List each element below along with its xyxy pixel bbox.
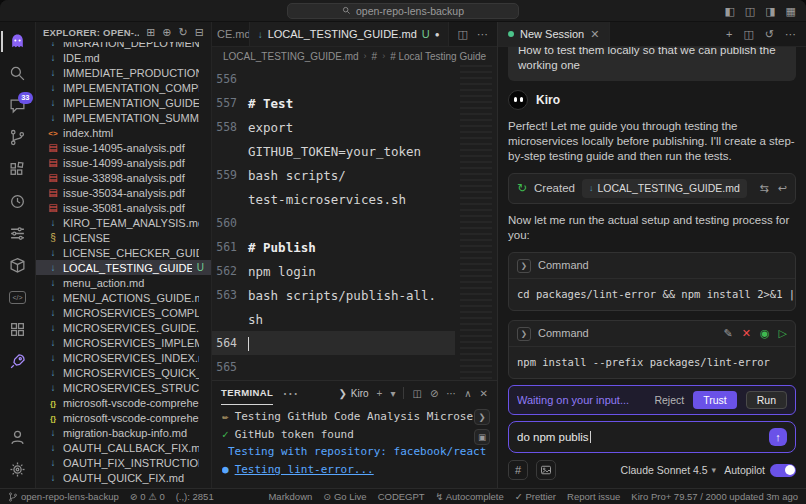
trust-button[interactable]: Trust: [693, 391, 737, 409]
breadcrumb-heading[interactable]: # Local Testing Guide: [390, 51, 486, 62]
terminal-output[interactable]: ✏Testing GitHub Code Analysis Microservi…: [212, 405, 497, 488]
terminal-quick-button-1[interactable]: ❯: [474, 409, 490, 425]
chat-session-tab[interactable]: New Session ✕: [498, 22, 610, 46]
run-button[interactable]: Run: [746, 391, 787, 409]
command-code[interactable]: npm install --prefix packages/lint-error: [509, 347, 795, 378]
minimap[interactable]: [460, 65, 492, 380]
status-item[interactable]: Markdown: [268, 491, 312, 502]
breadcrumb[interactable]: LOCAL_TESTING_GUIDE.md › # › # Local Tes…: [212, 47, 497, 65]
attach-image-button[interactable]: [536, 460, 556, 480]
file-item[interactable]: LICENSE_CHECKER_GUIDE.md: [36, 245, 211, 260]
file-item[interactable]: IMMEDIATE_PRODUCTION_FIX.md: [36, 65, 211, 80]
refresh-explorer-icon[interactable]: ↻: [179, 26, 188, 39]
customize-layout-icon[interactable]: ▦: [786, 5, 796, 18]
code-editor[interactable]: 556 557 # Test 558 export: [212, 65, 497, 380]
breadcrumb-file[interactable]: LOCAL_TESTING_GUIDE.md: [223, 51, 359, 62]
file-item[interactable]: LOCAL_TESTING_GUIDE.md U: [36, 260, 211, 275]
file-item[interactable]: migration-backup-info.md: [36, 425, 211, 440]
file-item[interactable]: MICROSERVICES_QUICK_STA...: [36, 365, 211, 380]
new-folder-icon[interactable]: ⊕: [162, 26, 171, 39]
split-terminal-icon[interactable]: ◫: [412, 388, 421, 399]
send-button[interactable]: ↑: [769, 428, 787, 446]
collapse-folders-icon[interactable]: ⊟: [195, 26, 204, 39]
file-item[interactable]: MICROSERVICES_GUIDE.md: [36, 320, 211, 335]
file-item[interactable]: OAUTH_FIX_INSTRUCTIONS.md: [36, 455, 211, 470]
tools-button[interactable]: [1, 219, 35, 248]
file-item[interactable]: LICENSE: [36, 230, 211, 245]
created-file-chip[interactable]: ↓ LOCAL_TESTING_GUIDE.md: [582, 179, 747, 198]
command-center-search[interactable]: open-repo-lens-backup: [287, 3, 519, 19]
file-item[interactable]: menu_action.md: [36, 275, 211, 290]
file-item[interactable]: OAUTH_QUICK_FIX.md: [36, 470, 211, 485]
created-file-card[interactable]: ↻ Created ↓ LOCAL_TESTING_GUIDE.md ⇆ ↩: [508, 173, 796, 204]
close-session-icon[interactable]: ✕: [590, 28, 599, 41]
autopilot-toggle[interactable]: [770, 464, 796, 477]
model-selector[interactable]: Claude Sonnet 4.5 ▾: [621, 464, 717, 476]
record-command-icon[interactable]: ◉: [760, 326, 770, 341]
context-hash-button[interactable]: #: [508, 460, 528, 480]
chat-input-value[interactable]: do npm publis: [517, 431, 761, 444]
file-item[interactable]: issue-14099-analysis.pdf: [36, 155, 211, 170]
undo-change-icon[interactable]: ↩: [778, 181, 787, 196]
status-item[interactable]: CODEGPT: [378, 491, 425, 502]
new-terminal-icon[interactable]: +: [377, 388, 383, 399]
status-item[interactable]: ⊙ Go Live: [323, 491, 366, 502]
panel-more-icon[interactable]: ⋯: [282, 384, 298, 403]
terminal-quick-button-2[interactable]: ▣: [474, 429, 490, 445]
chat-message-list[interactable]: documentation. Start with MICROSERVICES_…: [498, 47, 806, 381]
file-item[interactable]: issue-35034-analysis.pdf: [36, 185, 211, 200]
char-counter-status[interactable]: (.,): 2851: [176, 491, 214, 502]
file-item[interactable]: MICROSERVICES_COMPLETE...: [36, 305, 211, 320]
chat-view-button[interactable]: 33: [1, 91, 35, 120]
codegpt-button[interactable]: </>: [1, 283, 35, 312]
search-view-button[interactable]: [1, 59, 35, 88]
file-item[interactable]: IMPLEMENTATION_GUIDE.md: [36, 95, 211, 110]
reject-command-icon[interactable]: ✕: [742, 326, 751, 341]
grid-view-button[interactable]: [1, 315, 35, 344]
reject-button[interactable]: Reject: [654, 394, 684, 406]
status-item[interactable]: Kiro Pro+ 79.57 / 2000 updated 3m ago: [631, 491, 798, 502]
file-item[interactable]: OAUTH_CALLBACK_FIX.md: [36, 440, 211, 455]
tab-previous-file[interactable]: CE.md U: [212, 22, 250, 46]
terminal-tab[interactable]: TERMINAL: [221, 381, 273, 405]
toggle-panel-icon[interactable]: ◫: [745, 5, 755, 18]
new-file-icon[interactable]: ⊞: [146, 26, 155, 39]
breadcrumb-section[interactable]: #: [372, 51, 378, 62]
file-item[interactable]: MICROSERVICES_STRUCTURE...: [36, 380, 211, 395]
settings-button[interactable]: [1, 455, 35, 484]
account-button[interactable]: [1, 423, 35, 452]
session-history-icon[interactable]: ↺: [765, 28, 774, 41]
run-command-icon[interactable]: ▷: [779, 326, 787, 341]
kill-terminal-icon[interactable]: ⊘: [430, 388, 438, 399]
packages-button[interactable]: [1, 251, 35, 280]
timeline-button[interactable]: [1, 187, 35, 216]
file-item[interactable]: IDE.md: [36, 50, 211, 65]
editor-more-actions-icon[interactable]: ⋯: [477, 28, 488, 41]
file-item[interactable]: MIGRATION_DEPLOYMENT...: [36, 42, 211, 50]
new-session-icon[interactable]: +: [726, 28, 732, 40]
kiro-logo-button[interactable]: [1, 27, 35, 56]
status-item[interactable]: Report issue: [567, 491, 620, 502]
extensions-button[interactable]: [1, 155, 35, 184]
file-item[interactable]: IMPLEMENTATION_SUMMARY.md: [36, 110, 211, 125]
tab-local-testing-guide[interactable]: ↓ LOCAL_TESTING_GUIDE.md U ●: [250, 22, 449, 46]
git-branch-status[interactable]: open-repo-lens-backup: [8, 491, 119, 502]
file-item[interactable]: IMPLEMENTATION_COMPLETE.md: [36, 80, 211, 95]
file-item[interactable]: MENU_ACTIONS_GUIDE.md: [36, 290, 211, 305]
close-panel-icon[interactable]: ✕: [480, 388, 488, 399]
file-item[interactable]: MICROSERVICES_IMPLEMENT...: [36, 335, 211, 350]
deploy-button[interactable]: [1, 347, 35, 376]
file-item[interactable]: issue-35081-analysis.pdf: [36, 200, 211, 215]
terminal-profile-chevron-icon[interactable]: ▾: [390, 388, 395, 399]
view-diff-icon[interactable]: ⇆: [760, 181, 769, 196]
chat-more-icon[interactable]: ⋯: [785, 28, 796, 41]
file-item[interactable]: KIRO_TEAM_ANALYSIS.md: [36, 215, 211, 230]
file-item[interactable]: issue-33898-analysis.pdf: [36, 170, 211, 185]
file-item[interactable]: microsoft-vscode-comprehensive-2...: [36, 395, 211, 410]
file-item[interactable]: index.html: [36, 125, 211, 140]
file-item[interactable]: MICROSERVICES_INDEX.md: [36, 350, 211, 365]
file-item[interactable]: microsoft-vscode-comprehensive-2...: [36, 410, 211, 425]
command-code[interactable]: cd packages/lint-error && npm install 2>…: [509, 279, 795, 310]
toggle-sidebar-icon[interactable]: ◧: [724, 5, 734, 18]
status-item[interactable]: ↯ Autocomplete: [436, 491, 504, 502]
